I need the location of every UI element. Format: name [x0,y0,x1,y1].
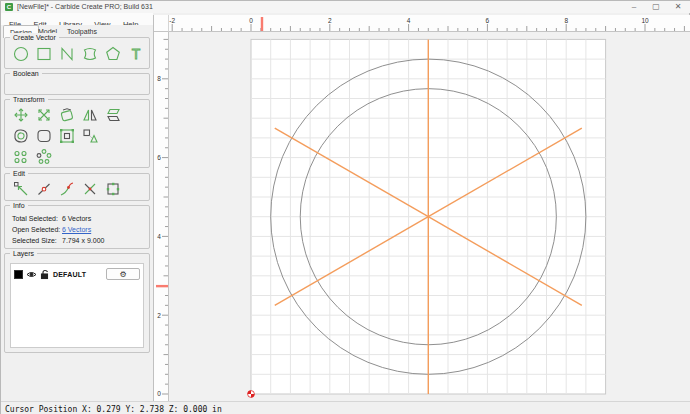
layer-visibility-eye-icon[interactable] [26,269,37,280]
edit-title: Edit [10,169,28,178]
move-tool-button[interactable] [11,105,30,124]
info-group: Info Total Selected: 6 Vectors Open Sele… [4,205,150,249]
scale-icon [35,106,53,124]
cursor-position-readout: Cursor Position X: 0.279 Y: 2.738 Z: 0.0… [5,405,222,414]
text-tool-button[interactable]: T [126,44,145,63]
layer-name: DEFAULT [53,271,86,278]
svg-text:4: 4 [407,17,411,24]
minimize-button[interactable]: – [623,1,645,13]
svg-text:6: 6 [486,17,490,24]
rectangle-icon [35,45,53,63]
offset-icon [12,127,30,145]
svg-text:2: 2 [328,17,332,24]
create-vector-group: Create Vector T [4,37,150,69]
origin-marker [248,391,255,398]
linear-array-tool-button[interactable] [11,147,30,166]
curve-icon [81,45,99,63]
svg-text:2: 2 [157,312,161,319]
open-selected-link[interactable]: 6 Vectors [62,225,91,234]
selected-size-label: Selected Size: [12,236,62,245]
edit-group: Edit [4,173,150,201]
top-ruler: -20246810 [154,15,690,32]
svg-text:8: 8 [157,75,161,82]
sidebar: Design Model Toolpaths Create Vector [1,25,153,401]
fillet-tool-button[interactable] [34,126,53,145]
svg-text:8: 8 [564,17,568,24]
move-icon [12,106,30,124]
title-bar: C [NewFile]* - Carbide Create PRO; Build… [1,1,690,13]
scale-tool-button[interactable] [34,105,53,124]
create-vector-title: Create Vector [10,33,59,42]
total-selected-label: Total Selected: [12,214,62,223]
app-logo-icon: C [5,3,13,11]
svg-text:-2: -2 [169,17,175,24]
edit-point-tool-button[interactable] [34,179,53,198]
circle-icon [12,45,30,63]
skew-icon [104,106,122,124]
canvas-pane: -20246810 86420 [153,15,690,401]
maximize-button[interactable]: ▢ [645,1,667,13]
layer-lock-icon[interactable] [40,269,50,280]
text-icon: T [127,45,145,63]
menu-bar: File Edit Library View Help [1,13,153,25]
polyline-tool-button[interactable] [57,44,76,63]
split-tool-button[interactable] [80,179,99,198]
cursor-x-marker [261,17,263,31]
circular-array-icon [35,148,53,166]
transform-group: Transform [4,99,150,168]
boundary-tool-button[interactable] [103,179,122,198]
window-title: [NewFile]* - Carbide Create PRO; Build 6… [17,3,153,10]
status-bar: Cursor Position X: 0.279 Y: 2.738 Z: 0.0… [1,401,690,414]
boolean-title: Boolean [10,69,42,78]
layers-list: DEFAULT ⚙ [10,263,144,348]
circle-tool-button[interactable] [11,44,30,63]
node-edit-icon [12,180,30,198]
layers-title: Layers [10,249,37,258]
svg-text:0: 0 [157,390,161,397]
node-edit-tool-button[interactable] [11,179,30,198]
layer-row[interactable]: DEFAULT ⚙ [14,267,140,281]
transform-title: Transform [10,95,48,104]
offset-tool-button[interactable] [11,126,30,145]
layers-group: Layers DEFAULT ⚙ [4,253,150,353]
trim-icon [58,180,76,198]
rotate-tool-button[interactable] [57,105,76,124]
align-tool-button[interactable] [57,126,76,145]
resize-tool-button[interactable] [80,126,99,145]
ruler-corner [154,15,169,32]
boundary-icon [104,180,122,198]
mirror-icon [81,106,99,124]
total-selected-value: 6 Vectors [62,214,91,223]
info-title: Info [10,201,28,210]
trim-tool-button[interactable] [57,179,76,198]
resize-icon [81,127,99,145]
close-button[interactable]: ✕ [667,1,689,13]
polygon-icon [104,45,122,63]
rotate-icon [58,106,76,124]
polygon-tool-button[interactable] [103,44,122,63]
left-ruler: 86420 [154,32,169,401]
app-window: C [NewFile]* - Carbide Create PRO; Build… [0,0,690,414]
svg-text:0: 0 [249,17,253,24]
linear-array-icon [12,148,30,166]
skew-tool-button[interactable] [103,105,122,124]
align-icon [58,127,76,145]
selected-size-value: 7.794 x 9.000 [62,236,104,245]
edit-point-icon [35,180,53,198]
open-selected-label: Open Selected: [12,225,62,234]
layer-settings-button[interactable]: ⚙ [106,268,140,280]
polyline-icon [58,45,76,63]
circular-array-tool-button[interactable] [34,147,53,166]
cursor-y-marker [156,285,168,287]
rectangle-tool-button[interactable] [34,44,53,63]
design-canvas[interactable] [169,32,690,401]
svg-text:T: T [131,46,140,62]
svg-text:6: 6 [157,154,161,161]
boolean-group: Boolean [4,73,150,95]
layer-color-swatch[interactable] [14,270,23,279]
curve-tool-button[interactable] [80,44,99,63]
svg-text:4: 4 [157,233,161,240]
mirror-tool-button[interactable] [80,105,99,124]
svg-text:10: 10 [641,17,649,24]
fillet-icon [35,127,53,145]
